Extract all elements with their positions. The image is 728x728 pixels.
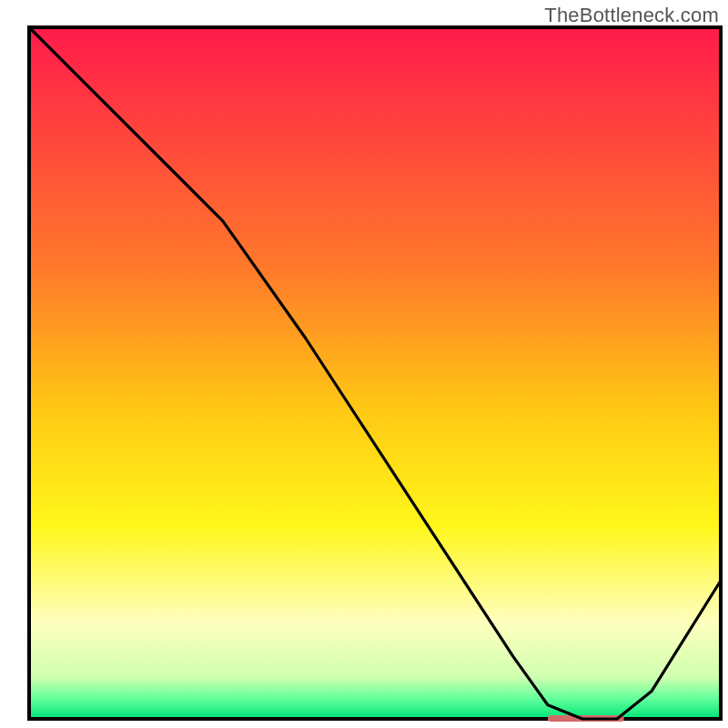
watermark-text: TheBottleneck.com bbox=[544, 4, 719, 27]
chart-container: TheBottleneck.com bbox=[0, 0, 728, 728]
bottleneck-chart bbox=[0, 0, 728, 728]
